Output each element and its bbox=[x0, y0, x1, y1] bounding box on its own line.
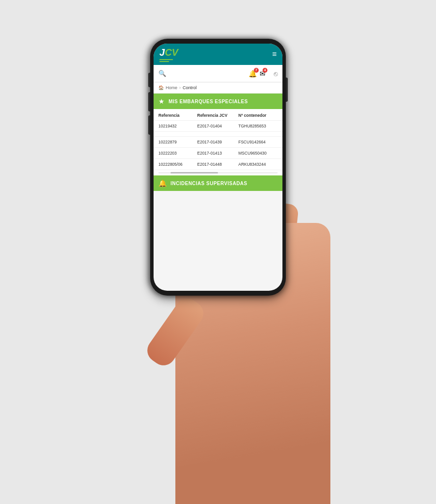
row2-contenedor: FSCU9142664 bbox=[238, 140, 278, 144]
notif-badge-1: 7 bbox=[254, 68, 259, 73]
breadcrumb: 🏠 Home › Control bbox=[154, 82, 282, 94]
notification-area: 🔔 7 ✉ 4 ▾ ⎋ bbox=[249, 70, 278, 78]
section2-header: 🔔 INCIDENCIAS SUPERVISADAS bbox=[154, 175, 282, 191]
breadcrumb-separator: › bbox=[179, 85, 181, 90]
notif-badge-2: 4 bbox=[263, 68, 267, 73]
row2-jcv: E2017-01439 bbox=[197, 140, 238, 144]
volume-down-button bbox=[148, 115, 150, 135]
notification-bell-1[interactable]: 🔔 7 bbox=[249, 70, 257, 78]
row3-referencia: 10222203 bbox=[158, 151, 197, 156]
col-contenedor-header: Nº contenedor bbox=[238, 113, 278, 118]
row1-jcv: E2017-01404 bbox=[197, 124, 238, 128]
row3-jcv: E2017-01413 bbox=[197, 151, 238, 156]
phone-screen: J CV ≡ 🔍 🔔 7 bbox=[154, 44, 282, 291]
section1-header: ★ MIS EMBARQUES ESPECIALES bbox=[154, 94, 282, 109]
scene: J CV ≡ 🔍 🔔 7 bbox=[0, 0, 436, 504]
section2-title: INCIDENCIAS SUPERVISADAS bbox=[171, 181, 248, 186]
scroll-bar-thumb[interactable] bbox=[171, 172, 218, 173]
logo-wrapper: J CV bbox=[159, 47, 178, 62]
logo-underlines bbox=[159, 59, 178, 62]
search-icon[interactable]: 🔍 bbox=[158, 70, 166, 77]
row2-referencia: 10222879 bbox=[158, 140, 197, 144]
hamburger-icon[interactable]: ≡ bbox=[272, 50, 277, 58]
logout-icon[interactable]: ⎋ bbox=[274, 70, 278, 78]
app-header: J CV ≡ bbox=[154, 44, 282, 65]
table-row[interactable]: 10222879 E2017-01439 FSCU9142664 bbox=[154, 137, 282, 148]
chevron-down-icon[interactable]: ▾ bbox=[268, 71, 271, 76]
row1-referencia: 10219432 bbox=[158, 124, 197, 128]
row3-contenedor: MSCU9650430 bbox=[238, 151, 278, 156]
table-container: Referencia Referencia JCV Nº contenedor … bbox=[154, 109, 282, 170]
incidencias-icon: 🔔 bbox=[158, 179, 167, 187]
star-icon: ★ bbox=[158, 97, 165, 105]
table-row[interactable]: 10222203 E2017-01413 MSCU9650430 bbox=[154, 148, 282, 159]
col-jcv-header: Referencia JCV bbox=[197, 113, 238, 118]
mute-button bbox=[148, 73, 150, 87]
logo-line-1 bbox=[159, 59, 173, 60]
logo-cv: CV bbox=[165, 47, 178, 58]
home-icon: 🏠 bbox=[158, 85, 164, 90]
row4-referencia: 10222805/06 bbox=[158, 162, 197, 167]
table-header: Referencia Referencia JCV Nº contenedor bbox=[154, 109, 282, 121]
row1-contenedor: TGHU8285653 bbox=[238, 124, 278, 128]
table-row[interactable]: 10222805/06 E2017-01448 ARKU8343244 bbox=[154, 159, 282, 170]
volume-up-button bbox=[148, 92, 150, 111]
search-bar: 🔍 🔔 7 ✉ 4 ▾ ⎋ bbox=[154, 65, 282, 82]
scroll-bar-container bbox=[154, 170, 282, 175]
breadcrumb-current: Control bbox=[183, 85, 197, 90]
phone-device: J CV ≡ 🔍 🔔 7 bbox=[150, 39, 286, 296]
row4-contenedor: ARKU8343244 bbox=[238, 162, 278, 167]
col-referencia-header: Referencia bbox=[158, 113, 197, 118]
logo-line-2 bbox=[159, 61, 169, 62]
row4-jcv: E2017-01448 bbox=[197, 162, 238, 167]
logo-j: J bbox=[159, 47, 165, 58]
power-button bbox=[286, 78, 288, 102]
table-row[interactable]: 10219432 E2017-01404 TGHU8285653 bbox=[154, 121, 282, 132]
section1-title: MIS EMBARQUES ESPECIALES bbox=[169, 99, 248, 104]
notification-bell-2[interactable]: ✉ 4 bbox=[260, 70, 265, 78]
search-left: 🔍 bbox=[158, 70, 166, 77]
breadcrumb-home[interactable]: Home bbox=[166, 85, 177, 90]
scroll-bar-track[interactable] bbox=[158, 172, 278, 173]
